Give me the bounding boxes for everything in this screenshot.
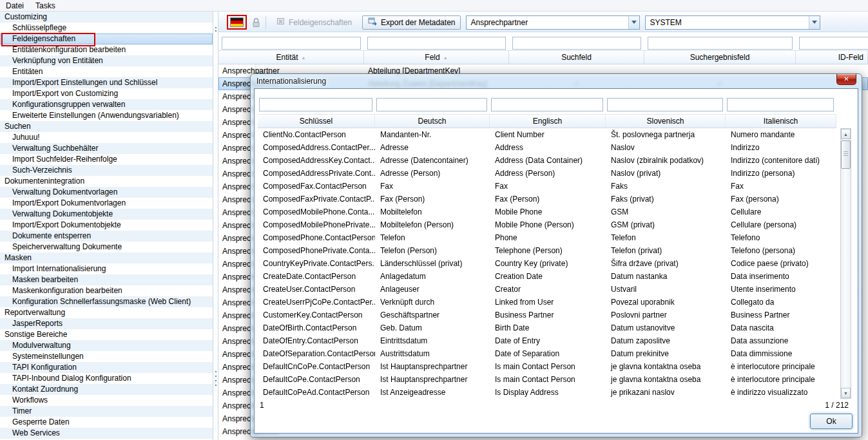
sidebar-item-entit-tenkonfiguration-bearbeiten[interactable]: Entitätenkonfiguration bearbeiten	[0, 44, 213, 55]
sidebar-item-verwaltung-dokumentvorlagen[interactable]: Verwaltung Dokumentvorlagen	[0, 187, 213, 198]
dialog-table-row[interactable]: ComposedFaxPrivate.ContactP...Fax (Perso…	[258, 193, 836, 206]
filter-englisch-input[interactable]	[491, 98, 603, 111]
column-header-suchfeld[interactable]: Suchfeld	[509, 51, 644, 64]
filter-idfeld-input[interactable]	[799, 37, 868, 50]
dialog-scrollbar[interactable]: ▲ ▼	[840, 128, 851, 399]
sidebar-item-import-internationalisierung[interactable]: Import Internationalisierung	[0, 263, 213, 274]
dialog-table-row[interactable]: CustomerKey.ContactPersonGeschäftspartne…	[258, 309, 836, 321]
sidebar-item-gesperrte-daten[interactable]: Gesperrte Daten	[0, 417, 213, 428]
dialog-table-row[interactable]: DateOfSeparation.ContactPersonAustrittsd…	[258, 347, 836, 360]
export-metadata-button[interactable]: Export der Metadaten	[362, 15, 461, 30]
sidebar-item-speicherverwaltung-dokumente[interactable]: Speicherverwaltung Dokumente	[0, 242, 213, 253]
german-flag-icon[interactable]	[230, 17, 244, 27]
sidebar-item-konfigurationsgruppen-verwalten[interactable]: Konfigurationsgruppen verwalten	[0, 99, 213, 110]
sidebar-item-schl-sselpflege[interactable]: Schlüsselpflege	[0, 23, 213, 33]
dialog-table-row[interactable]: CreateUser.ContactPersonAnlageuserCreato…	[258, 283, 836, 296]
sidebar-item-erweiterte-einstellungen-anwendungsvariablen-[interactable]: Erweiterte Einstellungen (Anwendungsvari…	[0, 110, 213, 121]
sidebar-item-verkn-pfung-von-entit-ten[interactable]: Verknüpfung von Entitäten	[0, 55, 213, 66]
column-header-italienisch[interactable]: Italienisch	[726, 115, 836, 128]
dialog-table-row[interactable]: CreateUserrPjCoPe.ContactPer...Verknüpft…	[258, 296, 836, 309]
menu-datei[interactable]: Datei	[0, 0, 30, 12]
dialog-table-row[interactable]: ComposedAddress.ContactPer...AdresseAddr…	[258, 141, 836, 154]
menu-tasks[interactable]: Tasks	[30, 0, 61, 12]
column-header-deutsch[interactable]: Deutsch	[375, 115, 490, 128]
sidebar-splitter[interactable]	[213, 12, 218, 440]
column-header-slovenisch[interactable]: Slovenisch	[606, 115, 726, 128]
sidebar-item-workflows[interactable]: Workflows	[0, 395, 213, 406]
sidebar-item-verwaltung-dokumentobjekte[interactable]: Verwaltung Dokumentobjekte	[0, 209, 213, 220]
sidebar-item-konfiguration-schnellerfassungsmaske-web-client-[interactable]: Konfiguration Schnellerfassungsmaske (We…	[0, 296, 213, 307]
sidebar-item-dokumentenintegration[interactable]: Dokumentenintegration	[0, 176, 213, 187]
scrollbar-thumb[interactable]	[841, 140, 851, 169]
dialog-table-row[interactable]: DefaultCoPeAd.ContactPersonIst Anzeigead…	[258, 386, 836, 399]
cell-slovenisch: Datum ustanovitve	[606, 321, 726, 334]
dialog-table-row[interactable]: DefaultCnCoPe.ContactPersonIst Hauptansp…	[258, 360, 836, 373]
cell-italienisch: è interlocutore principale	[726, 373, 836, 386]
close-icon[interactable]: ✕	[836, 74, 856, 85]
filter-entitaet-input[interactable]	[222, 37, 361, 50]
column-header-englisch[interactable]: Englisch	[490, 115, 606, 128]
feldeigenschaften-button[interactable]: Feldeigenschaften	[271, 15, 357, 30]
sidebar-item-tapi-konfiguration[interactable]: TAPI Konfiguration	[0, 362, 213, 373]
cell-italienisch: Numero mandante	[726, 128, 836, 141]
column-header-entitaet[interactable]: Entität ▲	[218, 51, 364, 64]
feldeigenschaften-label: Feldeigenschaften	[289, 18, 352, 27]
dialog-table-row[interactable]: ComposedFax.ContactPersonFaxFaxFaksFax	[258, 180, 836, 193]
dialog-table-row[interactable]: ComposedAddressPrivate.Cont...Adresse (P…	[258, 167, 836, 180]
sidebar-item-tapi-inbound-dialog-konfiguration[interactable]: TAPI-Inbound Dialog Konfiguration	[0, 373, 213, 384]
dialog-table-row[interactable]: ClientNo.ContactPersonMandanten-Nr.Clien…	[258, 128, 836, 141]
sidebar-item-feldeigenschaften[interactable]: Feldeigenschaften	[0, 33, 213, 44]
sidebar-item-modulverwaltung[interactable]: Modulverwaltung	[0, 340, 213, 351]
sidebar-item-suchen[interactable]: Suchen	[0, 121, 213, 132]
filter-suchfeld-input[interactable]	[512, 37, 641, 50]
sidebar-item-reportverwaltung[interactable]: Reportverwaltung	[0, 307, 213, 318]
column-header-feld[interactable]: Feld ▲	[364, 51, 509, 64]
column-header-idfeld[interactable]: ID-Feld	[796, 51, 868, 64]
column-header-suchergebnisfeld[interactable]: Suchergebnisfeld	[644, 51, 796, 64]
sidebar-item-entit-ten[interactable]: Entitäten	[0, 66, 213, 77]
sidebar-item-maskenkonfiguration-bearbeiten[interactable]: Maskenkonfiguration bearbeiten	[0, 285, 213, 296]
sidebar-item-masken-bearbeiten[interactable]: Masken bearbeiten	[0, 274, 213, 285]
filter-slovenisch-input[interactable]	[607, 98, 723, 111]
sidebar-item-jasperreports[interactable]: JasperReports	[0, 318, 213, 329]
sidebar-item-juhuuu-[interactable]: Juhuuu!	[0, 132, 213, 143]
ok-button[interactable]: Ok	[810, 414, 853, 429]
dialog-table-row[interactable]: CountryKeyPrivate.ContactPers...Ländersc…	[258, 257, 836, 270]
dialog-table-row[interactable]: ComposedMobilePhonePrivate...Mobiltelefo…	[258, 218, 836, 231]
dialog-table-row[interactable]: DefaultCoPe.ContactPersonIst Hauptanspre…	[258, 373, 836, 386]
dialog-table-row[interactable]: ComposedMobilePhone.Conta...Mobiltelefon…	[258, 206, 836, 218]
sidebar-item-web-services[interactable]: Web Services	[0, 428, 213, 439]
sidebar-item-sonstige-bereiche[interactable]: Sonstige Bereiche	[0, 329, 213, 340]
filter-schluessel-input[interactable]	[259, 98, 372, 111]
lock-icon[interactable]	[252, 17, 260, 28]
filter-italienisch-input[interactable]	[727, 98, 834, 111]
dialog-table-row[interactable]: DateOfEntry.ContactPersonEintrittsdatumD…	[258, 334, 836, 347]
sidebar-item-customizing[interactable]: Customizing	[0, 12, 213, 23]
sidebar-item-dokumente-entsperren[interactable]: Dokumente entsperren	[0, 231, 213, 242]
sidebar-item-import-suchfelder-reihenfolge[interactable]: Import Suchfelder-Reihenfolge	[0, 154, 213, 165]
sidebar-item-import-export-einstellungen-und-schl-ssel[interactable]: Import/Export Einstellungen und Schlüsse…	[0, 77, 213, 88]
dialog-table-row[interactable]: ComposedAddressKey.Contact...Adresse (Da…	[258, 154, 836, 167]
sidebar-item-import-export-dokumentvorlagen[interactable]: Import/Export Dokumentvorlagen	[0, 198, 213, 209]
dialog-table-row[interactable]: DateOfBirth.ContactPersonGeb. DatumBirth…	[258, 321, 836, 334]
scroll-down-icon[interactable]: ▼	[841, 388, 851, 398]
dialog-table-row[interactable]: ComposedPhonePrivate.Conta...Telefon (Pe…	[258, 244, 836, 257]
sidebar-item-import-export-von-customizing[interactable]: Import/Export von Customizing	[0, 88, 213, 99]
sidebar-item-timer[interactable]: Timer	[0, 406, 213, 417]
sidebar-item-import-export-dokumentobjekte[interactable]: Import/Export Dokumentobjekte	[0, 220, 213, 231]
sidebar-item-verwaltung-suchbeh-lter[interactable]: Verwaltung Suchbehälter	[0, 143, 213, 154]
dialog-table-row[interactable]: CreateDate.ContactPersonAnlagedatumCreat…	[258, 270, 836, 283]
column-header-schluessel[interactable]: Schlüssel	[258, 115, 375, 128]
context-combobox[interactable]: SYSTEM	[645, 15, 820, 30]
sidebar-item-systemeinstellungen[interactable]: Systemeinstellungen	[0, 351, 213, 362]
entity-combobox[interactable]: Ansprechpartner	[466, 15, 640, 30]
sidebar-item-such-verzeichnis[interactable]: Such-Verzeichnis	[0, 165, 213, 176]
scroll-up-icon[interactable]: ▲	[841, 129, 851, 139]
filter-feld-input[interactable]	[367, 37, 506, 50]
cell-italienisch: Data dimmissione	[726, 347, 836, 360]
dialog-table-row[interactable]: ComposedPhone.ContactPersonTelefonPhoneT…	[258, 231, 836, 244]
filter-deutsch-input[interactable]	[376, 98, 487, 111]
sidebar-item-masken[interactable]: Masken	[0, 253, 213, 263]
sidebar-item-kontakt-zuordnung[interactable]: Kontakt Zuordnung	[0, 384, 213, 395]
filter-suchergebnisfeld-input[interactable]	[648, 37, 793, 50]
